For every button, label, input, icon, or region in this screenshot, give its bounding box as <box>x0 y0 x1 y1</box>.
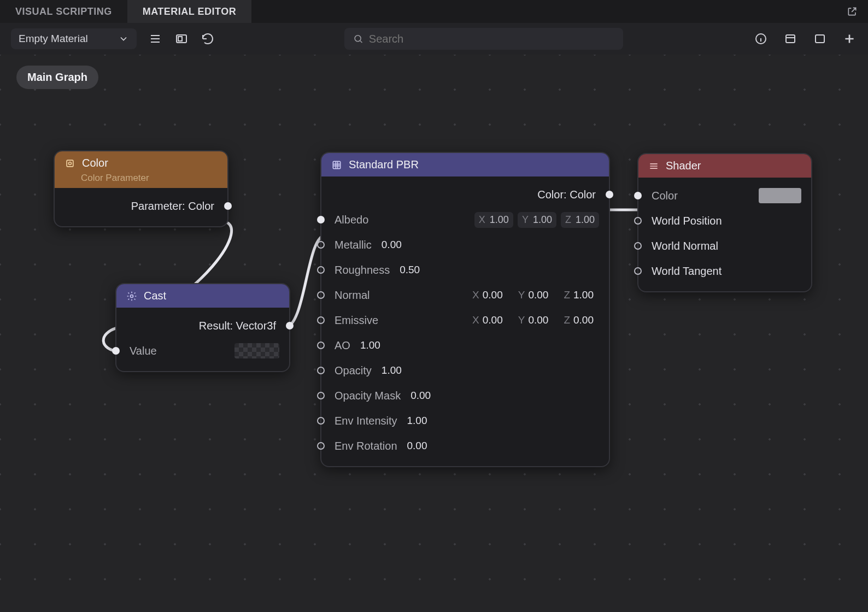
svg-point-7 <box>69 162 72 164</box>
search-input[interactable] <box>369 33 614 45</box>
input-port-emissive[interactable] <box>317 316 325 324</box>
svg-rect-6 <box>67 160 73 167</box>
input-label: Emissive <box>335 314 378 327</box>
material-name: Empty Material <box>19 33 88 45</box>
refresh-icon[interactable] <box>200 31 215 46</box>
editor-tabbar: VISUAL SCRIPTING MATERIAL EDITOR <box>0 0 868 23</box>
albedo-z[interactable]: Z1.00 <box>561 212 599 228</box>
input-port-env-intensity[interactable] <box>317 417 325 425</box>
value-swatch[interactable] <box>234 343 279 358</box>
input-port-ao[interactable] <box>317 342 325 349</box>
input-port-opacity[interactable] <box>317 367 325 374</box>
graph-canvas[interactable]: Main Graph Color Color Parameter Paramet… <box>0 55 868 612</box>
output-label: Result: Vector3f <box>199 320 276 332</box>
opacity-value[interactable]: 1.00 <box>376 364 407 376</box>
input-label: World Tangent <box>652 265 722 278</box>
add-icon[interactable] <box>842 31 857 46</box>
input-label: Env Intensity <box>335 415 397 427</box>
albedo-y[interactable]: Y1.00 <box>518 212 556 228</box>
input-label: Color <box>652 190 678 202</box>
normal-y[interactable]: Y0.00 <box>513 289 554 301</box>
info-icon[interactable] <box>753 31 769 46</box>
color-node-icon <box>64 158 75 169</box>
output-port[interactable] <box>286 322 294 329</box>
metallic-value[interactable]: 0.00 <box>376 239 407 251</box>
input-label: Normal <box>335 289 370 302</box>
search-icon <box>353 33 363 44</box>
input-port-world-tangent[interactable] <box>634 267 642 275</box>
input-port-world-normal[interactable] <box>634 242 642 250</box>
emissive-y[interactable]: Y0.00 <box>513 314 554 326</box>
popout-icon[interactable] <box>846 5 858 17</box>
node-title: Shader <box>666 160 701 172</box>
input-port[interactable] <box>112 347 120 355</box>
input-label: AO <box>335 339 350 352</box>
node-standard-pbr[interactable]: Standard PBR Color: Color Albedo X1.00 Y… <box>320 152 610 467</box>
input-label: Value <box>130 345 157 357</box>
search-box[interactable] <box>344 28 623 50</box>
gear-icon <box>126 291 137 302</box>
input-port-normal[interactable] <box>317 291 325 299</box>
input-label: World Position <box>652 215 722 227</box>
input-port-world-position[interactable] <box>634 217 642 225</box>
input-port-opacity-mask[interactable] <box>317 392 325 399</box>
output-label: Color: Color <box>537 189 596 201</box>
node-title: Color <box>82 157 108 169</box>
stack-icon <box>648 161 659 172</box>
input-port-albedo[interactable] <box>317 216 325 223</box>
input-port-roughness[interactable] <box>317 266 325 274</box>
panel-icon[interactable] <box>783 31 798 46</box>
output-port[interactable] <box>224 202 232 210</box>
node-header[interactable]: Standard PBR <box>321 153 609 176</box>
svg-point-2 <box>355 36 361 42</box>
layout-icon[interactable] <box>174 31 189 46</box>
input-label: Opacity <box>335 364 372 377</box>
svg-rect-1 <box>178 37 182 41</box>
node-header[interactable]: Cast <box>116 284 289 308</box>
tab-label: MATERIAL EDITOR <box>143 6 237 17</box>
input-port-color[interactable] <box>634 192 642 199</box>
input-port-env-rotation[interactable] <box>317 442 325 450</box>
albedo-x[interactable]: X1.00 <box>474 212 513 228</box>
svg-rect-5 <box>816 35 824 43</box>
tab-material-editor[interactable]: MATERIAL EDITOR <box>127 0 252 23</box>
graph-breadcrumb[interactable]: Main Graph <box>16 66 98 89</box>
normal-x[interactable]: X0.00 <box>467 289 508 301</box>
emissive-x[interactable]: X0.00 <box>467 314 508 326</box>
node-title: Standard PBR <box>349 158 419 171</box>
roughness-value[interactable]: 0.50 <box>394 264 425 276</box>
material-select-dropdown[interactable]: Empty Material <box>11 28 137 49</box>
input-port-metallic[interactable] <box>317 241 325 249</box>
svg-rect-9 <box>333 161 340 168</box>
node-title: Cast <box>144 290 166 302</box>
tab-visual-scripting[interactable]: VISUAL SCRIPTING <box>0 0 127 23</box>
input-label: Metallic <box>335 239 372 251</box>
menu-icon[interactable] <box>148 31 163 46</box>
node-color[interactable]: Color Color Parameter Parameter: Color <box>54 150 228 227</box>
node-header[interactable]: Shader <box>638 154 811 178</box>
input-label: Opacity Mask <box>335 390 401 402</box>
chevron-down-icon <box>118 33 129 44</box>
graph-name: Main Graph <box>27 71 87 83</box>
emissive-z[interactable]: Z0.00 <box>558 314 599 326</box>
grid-icon <box>331 160 342 170</box>
ao-value[interactable]: 1.00 <box>355 339 386 351</box>
normal-z[interactable]: Z1.00 <box>558 289 599 301</box>
node-shader[interactable]: Shader Color World Position World Normal… <box>637 153 812 292</box>
tab-label: VISUAL SCRIPTING <box>15 6 112 17</box>
input-label: Albedo <box>335 214 368 226</box>
node-cast[interactable]: Cast Result: Vector3f Value <box>115 283 290 372</box>
svg-point-8 <box>131 295 133 297</box>
env-rotation-value[interactable]: 0.00 <box>402 440 433 452</box>
window-icon[interactable] <box>812 31 828 46</box>
node-subtitle: Color Parameter <box>55 172 227 188</box>
input-label: Roughness <box>335 264 390 276</box>
input-label: Env Rotation <box>335 440 397 452</box>
env-intensity-value[interactable]: 1.00 <box>402 415 433 427</box>
output-label: Parameter: Color <box>131 200 214 213</box>
color-swatch[interactable] <box>759 188 801 203</box>
output-port[interactable] <box>606 191 613 198</box>
editor-toolbar: Empty Material <box>0 23 868 55</box>
svg-rect-4 <box>786 35 795 43</box>
opacity-mask-value[interactable]: 0.00 <box>405 390 436 402</box>
